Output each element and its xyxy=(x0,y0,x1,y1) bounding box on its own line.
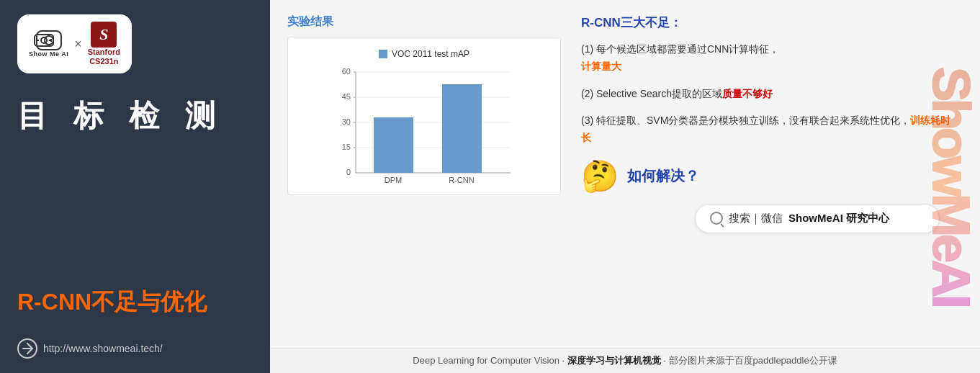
search-icon xyxy=(710,212,723,225)
how-solve-row: 🤔 如何解决？ xyxy=(581,158,957,194)
bar-dpm xyxy=(374,117,413,173)
chart-container: VOC 2011 test mAP 0 15 xyxy=(287,37,561,195)
bar-rcnn xyxy=(442,84,482,173)
search-prefix-text: 搜索｜微信 xyxy=(729,212,783,225)
logo-area: Show Me AI × S Stanford CS231n xyxy=(17,14,132,73)
cross-symbol: × xyxy=(74,37,82,52)
highlight-training-time: 训练耗时长 xyxy=(581,114,950,143)
svg-text:R-CNN: R-CNN xyxy=(449,176,474,184)
website-row: http://www.showmeai.tech/ xyxy=(17,338,253,359)
arrow-icon xyxy=(17,338,37,359)
stanford-label: Stanford CS231n xyxy=(88,48,120,66)
search-bar[interactable]: 搜索｜微信 ShowMeAI 研究中心 xyxy=(695,204,940,233)
stanford-s-icon: S xyxy=(91,22,117,48)
section-title: 实验结果 xyxy=(287,14,561,30)
desc-item-2: (2) Selective Search提取的区域质量不够好 xyxy=(581,86,957,103)
chart-title-row: VOC 2011 test mAP xyxy=(300,49,549,59)
desc-section: R-CNN三大不足： (1) 每个候选区域都需要通过CNN计算特征， 计算量大 … xyxy=(575,14,963,341)
svg-text:30: 30 xyxy=(342,117,351,126)
website-url: http://www.showmeai.tech/ xyxy=(43,343,163,354)
highlight-quality: 质量不够好 xyxy=(722,88,773,99)
svg-text:15: 15 xyxy=(342,143,351,151)
svg-text:60: 60 xyxy=(342,67,351,76)
how-solve-text: 如何解决？ xyxy=(627,166,699,186)
sidebar: Show Me AI × S Stanford CS231n 目 标 检 测 R… xyxy=(0,0,270,373)
bar-chart: 0 15 30 45 60 xyxy=(323,65,525,194)
footer-normal: Deep Learning for Computer Vision · xyxy=(413,355,567,366)
content-main: 实验结果 VOC 2011 test mAP 0 xyxy=(270,0,980,348)
svg-point-1 xyxy=(41,37,47,43)
showmeai-label: Show Me AI xyxy=(29,50,68,58)
search-bold-text: ShowMeAI 研究中心 xyxy=(788,212,889,225)
desc-item-3: (3) 特征提取、SVM分类器是分模块独立训练，没有联合起来系统性优化，训练耗时… xyxy=(581,112,957,147)
footer: Deep Learning for Computer Vision · 深度学习… xyxy=(270,348,980,373)
stanford-logo: S Stanford CS231n xyxy=(88,22,120,66)
highlight-large-compute: 计算量大 xyxy=(581,60,621,72)
showmeai-icon-arrows xyxy=(34,34,54,47)
chart-title-label: VOC 2011 test mAP xyxy=(392,49,469,59)
content-area: ShowMeAI 实验结果 VOC 2011 test mAP xyxy=(270,0,980,373)
showmeai-logo: Show Me AI xyxy=(29,30,68,58)
showmeai-icon xyxy=(36,30,62,50)
svg-text:DPM: DPM xyxy=(385,176,402,184)
desc-item-1: (1) 每个候选区域都需要通过CNN计算特征， 计算量大 xyxy=(581,41,957,76)
footer-bold: 深度学习与计算机视觉 xyxy=(567,355,661,366)
thinking-emoji: 🤔 xyxy=(581,158,619,194)
chart-section: 实验结果 VOC 2011 test mAP 0 xyxy=(287,14,561,341)
svg-text:45: 45 xyxy=(342,92,351,101)
main-title: 目 标 检 测 xyxy=(17,96,253,136)
slide-title: R-CNN不足与优化 xyxy=(17,287,253,318)
search-bar-wrapper: 搜索｜微信 ShowMeAI 研究中心 xyxy=(581,204,957,233)
footer-suffix: · 部分图片来源于百度paddlepaddle公开课 xyxy=(663,355,837,366)
desc-title: R-CNN三大不足： xyxy=(581,14,957,31)
svg-text:0: 0 xyxy=(346,168,351,176)
legend-box xyxy=(379,50,387,58)
chart-svg-wrapper: 0 15 30 45 60 xyxy=(300,65,549,194)
